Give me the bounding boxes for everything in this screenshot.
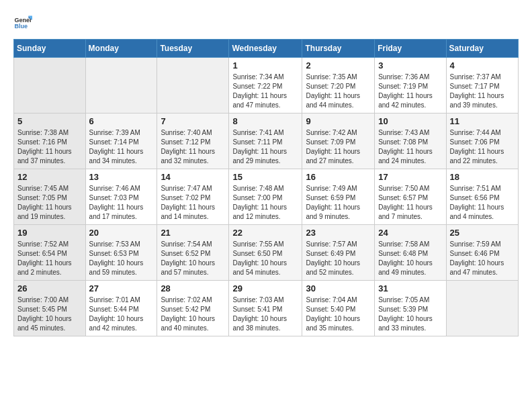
day-number: 7 [161, 116, 225, 126]
day-info: Sunrise: 7:49 AM Sunset: 6:59 PM Dayligh… [306, 184, 371, 222]
day-info: Sunrise: 7:01 AM Sunset: 5:44 PM Dayligh… [89, 295, 154, 333]
page-header: General Blue [13, 13, 519, 32]
day-number: 31 [378, 283, 442, 293]
day-info: Sunrise: 7:59 AM Sunset: 6:46 PM Dayligh… [450, 240, 515, 277]
day-info: Sunrise: 7:54 AM Sunset: 6:52 PM Dayligh… [161, 240, 225, 277]
calendar-cell [85, 58, 157, 113]
day-number: 18 [450, 172, 515, 182]
day-number: 20 [89, 228, 154, 238]
calendar-cell: 20Sunrise: 7:53 AM Sunset: 6:53 PM Dayli… [85, 225, 157, 281]
day-info: Sunrise: 7:37 AM Sunset: 7:17 PM Dayligh… [450, 73, 515, 110]
day-number: 5 [17, 116, 82, 126]
day-info: Sunrise: 7:04 AM Sunset: 5:40 PM Dayligh… [306, 295, 371, 333]
day-number: 8 [232, 116, 298, 126]
calendar-cell [446, 281, 518, 336]
day-info: Sunrise: 7:53 AM Sunset: 6:53 PM Dayligh… [89, 240, 154, 277]
calendar-cell: 11Sunrise: 7:44 AM Sunset: 7:06 PM Dayli… [446, 113, 518, 169]
calendar-cell: 4Sunrise: 7:37 AM Sunset: 7:17 PM Daylig… [446, 58, 518, 113]
day-number: 26 [17, 283, 82, 293]
day-number: 6 [89, 116, 154, 126]
day-number: 22 [232, 228, 298, 238]
weekday-header-sunday: Sunday [14, 40, 86, 58]
calendar-cell: 10Sunrise: 7:43 AM Sunset: 7:08 PM Dayli… [375, 113, 446, 169]
calendar-cell: 19Sunrise: 7:52 AM Sunset: 6:54 PM Dayli… [14, 225, 86, 281]
logo-icon: General Blue [13, 13, 32, 32]
calendar-cell: 7Sunrise: 7:40 AM Sunset: 7:12 PM Daylig… [157, 113, 229, 169]
logo: General Blue [13, 13, 32, 32]
calendar-cell: 5Sunrise: 7:38 AM Sunset: 7:16 PM Daylig… [14, 113, 86, 169]
calendar-cell: 17Sunrise: 7:50 AM Sunset: 6:57 PM Dayli… [375, 169, 446, 225]
weekday-header-row: SundayMondayTuesdayWednesdayThursdayFrid… [14, 40, 519, 58]
day-info: Sunrise: 7:46 AM Sunset: 7:03 PM Dayligh… [89, 184, 154, 222]
day-number: 10 [378, 116, 442, 126]
day-info: Sunrise: 7:43 AM Sunset: 7:08 PM Dayligh… [378, 128, 442, 166]
day-number: 19 [17, 228, 82, 238]
calendar-week-row: 26Sunrise: 7:00 AM Sunset: 5:45 PM Dayli… [14, 281, 519, 336]
day-info: Sunrise: 7:40 AM Sunset: 7:12 PM Dayligh… [161, 128, 225, 166]
weekday-header-wednesday: Wednesday [229, 40, 302, 58]
day-info: Sunrise: 7:42 AM Sunset: 7:09 PM Dayligh… [306, 128, 371, 166]
day-number: 28 [161, 283, 225, 293]
calendar-cell: 13Sunrise: 7:46 AM Sunset: 7:03 PM Dayli… [85, 169, 157, 225]
calendar-cell: 30Sunrise: 7:04 AM Sunset: 5:40 PM Dayli… [302, 281, 375, 336]
calendar-cell: 27Sunrise: 7:01 AM Sunset: 5:44 PM Dayli… [85, 281, 157, 336]
day-info: Sunrise: 7:52 AM Sunset: 6:54 PM Dayligh… [17, 240, 82, 277]
day-info: Sunrise: 7:34 AM Sunset: 7:22 PM Dayligh… [232, 73, 298, 110]
day-info: Sunrise: 7:55 AM Sunset: 6:50 PM Dayligh… [232, 240, 298, 277]
calendar-cell: 22Sunrise: 7:55 AM Sunset: 6:50 PM Dayli… [229, 225, 302, 281]
day-info: Sunrise: 7:38 AM Sunset: 7:16 PM Dayligh… [17, 128, 82, 166]
weekday-header-thursday: Thursday [302, 40, 375, 58]
calendar-cell: 28Sunrise: 7:02 AM Sunset: 5:42 PM Dayli… [157, 281, 229, 336]
weekday-header-monday: Monday [85, 40, 157, 58]
calendar-cell [14, 58, 86, 113]
day-number: 4 [450, 60, 515, 71]
day-number: 21 [161, 228, 225, 238]
day-info: Sunrise: 7:35 AM Sunset: 7:20 PM Dayligh… [306, 73, 371, 110]
calendar-table: SundayMondayTuesdayWednesdayThursdayFrid… [13, 39, 519, 336]
day-info: Sunrise: 7:47 AM Sunset: 7:02 PM Dayligh… [161, 184, 225, 222]
day-number: 30 [306, 283, 371, 293]
calendar-cell: 9Sunrise: 7:42 AM Sunset: 7:09 PM Daylig… [302, 113, 375, 169]
calendar-cell: 21Sunrise: 7:54 AM Sunset: 6:52 PM Dayli… [157, 225, 229, 281]
calendar-week-row: 12Sunrise: 7:45 AM Sunset: 7:05 PM Dayli… [14, 169, 519, 225]
calendar-cell: 18Sunrise: 7:51 AM Sunset: 6:56 PM Dayli… [446, 169, 518, 225]
day-number: 14 [161, 172, 225, 182]
day-info: Sunrise: 7:44 AM Sunset: 7:06 PM Dayligh… [450, 128, 515, 166]
day-number: 24 [378, 228, 442, 238]
calendar-week-row: 1Sunrise: 7:34 AM Sunset: 7:22 PM Daylig… [14, 58, 519, 113]
day-number: 9 [306, 116, 371, 126]
calendar-cell: 1Sunrise: 7:34 AM Sunset: 7:22 PM Daylig… [229, 58, 302, 113]
day-number: 2 [306, 60, 371, 71]
day-number: 1 [232, 60, 298, 71]
day-number: 27 [89, 283, 154, 293]
calendar-cell: 8Sunrise: 7:41 AM Sunset: 7:11 PM Daylig… [229, 113, 302, 169]
day-info: Sunrise: 7:00 AM Sunset: 5:45 PM Dayligh… [17, 295, 82, 333]
calendar-cell: 24Sunrise: 7:58 AM Sunset: 6:48 PM Dayli… [375, 225, 446, 281]
day-info: Sunrise: 7:57 AM Sunset: 6:49 PM Dayligh… [306, 240, 371, 277]
day-info: Sunrise: 7:58 AM Sunset: 6:48 PM Dayligh… [378, 240, 442, 277]
calendar-cell: 12Sunrise: 7:45 AM Sunset: 7:05 PM Dayli… [14, 169, 86, 225]
weekday-header-tuesday: Tuesday [157, 40, 229, 58]
day-info: Sunrise: 7:39 AM Sunset: 7:14 PM Dayligh… [89, 128, 154, 166]
day-number: 13 [89, 172, 154, 182]
calendar-cell: 2Sunrise: 7:35 AM Sunset: 7:20 PM Daylig… [302, 58, 375, 113]
day-info: Sunrise: 7:50 AM Sunset: 6:57 PM Dayligh… [378, 184, 442, 222]
day-info: Sunrise: 7:41 AM Sunset: 7:11 PM Dayligh… [232, 128, 298, 166]
day-info: Sunrise: 7:45 AM Sunset: 7:05 PM Dayligh… [17, 184, 82, 222]
day-info: Sunrise: 7:36 AM Sunset: 7:19 PM Dayligh… [378, 73, 442, 110]
calendar-cell: 26Sunrise: 7:00 AM Sunset: 5:45 PM Dayli… [14, 281, 86, 336]
day-number: 23 [306, 228, 371, 238]
calendar-cell: 25Sunrise: 7:59 AM Sunset: 6:46 PM Dayli… [446, 225, 518, 281]
calendar-cell: 6Sunrise: 7:39 AM Sunset: 7:14 PM Daylig… [85, 113, 157, 169]
calendar-cell: 23Sunrise: 7:57 AM Sunset: 6:49 PM Dayli… [302, 225, 375, 281]
weekday-header-saturday: Saturday [446, 40, 518, 58]
day-number: 25 [450, 228, 515, 238]
calendar-cell: 15Sunrise: 7:48 AM Sunset: 7:00 PM Dayli… [229, 169, 302, 225]
calendar-cell: 3Sunrise: 7:36 AM Sunset: 7:19 PM Daylig… [375, 58, 446, 113]
day-info: Sunrise: 7:03 AM Sunset: 5:41 PM Dayligh… [232, 295, 298, 333]
day-number: 16 [306, 172, 371, 182]
day-number: 15 [232, 172, 298, 182]
calendar-cell [157, 58, 229, 113]
weekday-header-friday: Friday [375, 40, 446, 58]
day-number: 12 [17, 172, 82, 182]
